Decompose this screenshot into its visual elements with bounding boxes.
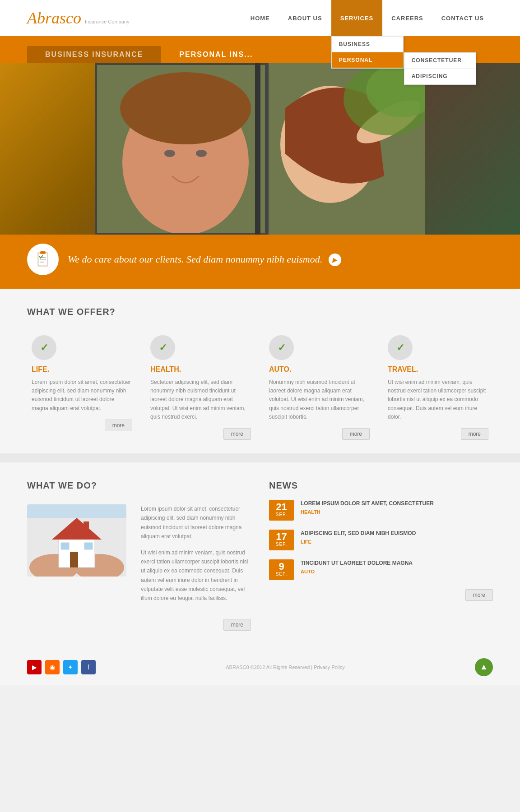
news-content-2: TINCIDUNT UT LAOREET DOLORE MAGNA AUTO bbox=[301, 559, 413, 574]
hero-arrow-button[interactable]: ▶ bbox=[329, 254, 341, 266]
news-day-1: 17 bbox=[273, 532, 290, 542]
what-we-do-col: WHAT WE DO? bbox=[27, 480, 251, 631]
offer-desc-auto: Nonummy nibh euismod tincidunt ut laoree… bbox=[269, 378, 370, 421]
what-we-do-content: Lorem ipsum dolor sit amet, consectetuer… bbox=[27, 504, 251, 610]
svg-rect-14 bbox=[40, 251, 46, 254]
news-date-1: 17 SEP. bbox=[269, 530, 294, 550]
svg-rect-23 bbox=[70, 552, 78, 567]
two-col-section: WHAT WE DO? bbox=[0, 462, 520, 649]
svg-rect-27 bbox=[27, 504, 126, 518]
nav-careers[interactable]: CAREERS bbox=[382, 0, 432, 36]
offer-desc-travel: Ut wisi enim ad minim veniam, quis nostr… bbox=[388, 378, 488, 421]
offer-card-health: HEALTH. Sectetuer adipiscing elit, sed d… bbox=[146, 331, 255, 444]
news-category-1: LIFE bbox=[301, 539, 416, 544]
news-category-0: HEALTH bbox=[301, 509, 434, 515]
offer-desc-health: Sectetuer adipiscing elit, sed diam nonu… bbox=[150, 378, 251, 421]
svg-rect-13 bbox=[38, 253, 47, 266]
news-more-button[interactable]: more bbox=[465, 589, 493, 601]
twitter-icon[interactable]: ✦ bbox=[63, 660, 78, 674]
nav-contact[interactable]: CONTACT US bbox=[432, 0, 493, 36]
check-icon-health bbox=[150, 335, 175, 360]
offer-more-auto[interactable]: more bbox=[342, 428, 370, 440]
offer-card-travel: TRAVEL. Ut wisi enim ad minim veniam, qu… bbox=[383, 331, 493, 444]
nav-about[interactable]: ABOUT US bbox=[279, 0, 331, 36]
personal-subdropdown: CONSECTETUER ADIPISCING bbox=[404, 52, 476, 85]
news-date-0: 21 SEP. bbox=[269, 500, 294, 521]
house-image bbox=[27, 504, 126, 577]
logo-brand: Abrasc bbox=[27, 9, 73, 27]
dropdown-personal[interactable]: PERSONAL CONSECTETUER ADIPISCING bbox=[332, 52, 403, 68]
news-headline-2: TINCIDUNT UT LAOREET DOLORE MAGNA bbox=[301, 559, 413, 567]
news-headline-0: LOREM IPSUM DOLOR SIT AMET, CONSECTETUER bbox=[301, 500, 434, 508]
hero-tab-business[interactable]: BUSINESS INSURANCE bbox=[27, 46, 161, 63]
subdropdown-adipiscing[interactable]: ADIPISCING bbox=[404, 69, 476, 84]
offer-title-auto: AUTO. bbox=[269, 365, 370, 374]
hero-clipboard-icon bbox=[27, 244, 59, 275]
social-icons: ▶ ◉ ✦ f bbox=[27, 660, 96, 674]
svg-rect-25 bbox=[84, 543, 93, 549]
svg-point-3 bbox=[120, 72, 251, 144]
news-item-1: 17 SEP. ADIPISCING ELIT, SED DIAM NIBH E… bbox=[269, 530, 493, 550]
footer: ▶ ◉ ✦ f ABRASC0 ©2012 All Rights Reserve… bbox=[0, 649, 520, 685]
svg-rect-24 bbox=[61, 543, 69, 549]
what-we-do-desc2: Ut wisi enim ad minim veniam, quis nostr… bbox=[141, 548, 251, 603]
services-dropdown: BUSINESS PERSONAL CONSECTETUER ADIPISCIN… bbox=[331, 36, 404, 69]
back-to-top-button[interactable]: ▲ bbox=[475, 658, 493, 676]
svg-point-5 bbox=[196, 150, 207, 157]
check-icon-travel bbox=[388, 335, 413, 360]
nav-services[interactable]: SERVICES BUSINESS PERSONAL CONSECTETUER … bbox=[331, 0, 383, 36]
check-icon-life bbox=[32, 335, 56, 360]
news-item-0: 21 SEP. LOREM IPSUM DOLOR SIT AMET, CONS… bbox=[269, 500, 493, 521]
logo-accent: o bbox=[73, 9, 81, 27]
hero-tagline: We do care about our clients. Sed diam n… bbox=[68, 253, 341, 267]
svg-rect-26 bbox=[84, 521, 89, 531]
main-nav: HOME ABOUT US SERVICES BUSINESS PERSONAL… bbox=[241, 0, 493, 36]
offer-title-health: HEALTH. bbox=[150, 365, 251, 374]
logo: Abrasco Insurance Company bbox=[27, 9, 129, 28]
offer-desc-life: Lorem ipsum dolor sit amet, consectetuer… bbox=[32, 378, 132, 413]
logo-subtitle: Insurance Company bbox=[85, 19, 129, 24]
news-day-0: 21 bbox=[273, 502, 290, 512]
subdropdown-consectetuer[interactable]: CONSECTETUER bbox=[404, 53, 476, 69]
offer-card-auto: AUTO. Nonummy nibh euismod tincidunt ut … bbox=[265, 331, 374, 444]
offer-card-life: LIFE. Lorem ipsum dolor sit amet, consec… bbox=[27, 331, 137, 444]
svg-point-4 bbox=[164, 150, 175, 157]
news-day-2: 9 bbox=[273, 562, 290, 572]
house-svg bbox=[27, 504, 126, 577]
news-date-2: 9 SEP. bbox=[269, 559, 294, 580]
news-month-0: SEP. bbox=[273, 512, 290, 517]
news-category-2: AUTO bbox=[301, 569, 413, 574]
news-month-2: SEP. bbox=[273, 572, 290, 577]
offer-title-travel: TRAVEL. bbox=[388, 365, 488, 374]
footer-copyright: ABRASC0 ©2012 All Rights Reserved | Priv… bbox=[226, 664, 344, 670]
nav-home[interactable]: HOME bbox=[241, 0, 279, 36]
offer-more-life[interactable]: more bbox=[105, 420, 132, 431]
what-we-do-more-button[interactable]: more bbox=[223, 619, 251, 631]
hero-illustration bbox=[95, 63, 425, 235]
hero-image bbox=[0, 63, 520, 235]
news-content-1: ADIPISCING ELIT, SED DIAM NIBH EUISMOD L… bbox=[301, 530, 416, 544]
rss-icon[interactable]: ◉ bbox=[45, 660, 60, 674]
check-icon-auto bbox=[269, 335, 294, 360]
what-we-do-title: WHAT WE DO? bbox=[27, 480, 251, 491]
news-headline-1: ADIPISCING ELIT, SED DIAM NIBH EUISMOD bbox=[301, 530, 416, 537]
news-item-2: 9 SEP. TINCIDUNT UT LAOREET DOLORE MAGNA… bbox=[269, 559, 493, 580]
news-more-wrapper: more bbox=[269, 589, 493, 601]
youtube-icon[interactable]: ▶ bbox=[27, 660, 42, 674]
header: Abrasco Insurance Company HOME ABOUT US … bbox=[0, 0, 520, 36]
what-we-do-desc1: Lorem ipsum dolor sit amet, consectetuer… bbox=[141, 504, 251, 541]
clipboard-svg bbox=[34, 250, 52, 268]
hero-tab-personal[interactable]: PERSONAL INS... bbox=[161, 46, 271, 63]
offer-more-health[interactable]: more bbox=[223, 428, 251, 440]
news-col: NEWS 21 SEP. LOREM IPSUM DOLOR SIT AMET,… bbox=[269, 480, 493, 631]
facebook-icon[interactable]: f bbox=[81, 660, 96, 674]
offers-title: WHAT WE OFFER? bbox=[27, 307, 493, 317]
what-we-do-more-wrapper: more bbox=[27, 619, 251, 631]
logo-text: Abrasco bbox=[27, 9, 81, 28]
dropdown-business[interactable]: BUSINESS bbox=[332, 37, 403, 52]
what-we-do-text: Lorem ipsum dolor sit amet, consectetuer… bbox=[141, 504, 251, 610]
news-month-1: SEP. bbox=[273, 542, 290, 547]
offer-more-travel[interactable]: more bbox=[461, 428, 488, 440]
offers-section: WHAT WE OFFER? LIFE. Lorem ipsum dolor s… bbox=[0, 289, 520, 453]
news-title: NEWS bbox=[269, 480, 493, 491]
